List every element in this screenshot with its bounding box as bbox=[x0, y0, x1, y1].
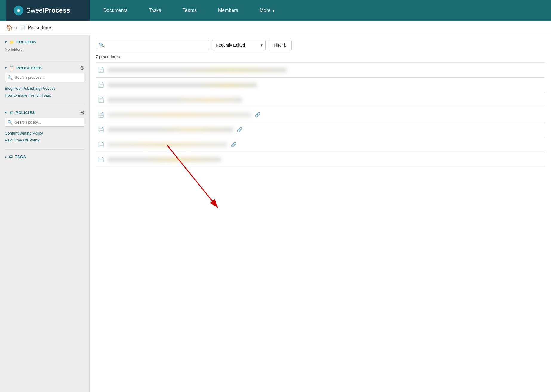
procedure-link-icon[interactable]: 🔗 bbox=[231, 142, 237, 147]
divider-1 bbox=[5, 60, 84, 60]
sidebar-item-paid-time-off-policy[interactable]: Paid Time Off Policy bbox=[5, 137, 84, 143]
procedure-doc-icon: 📄 bbox=[98, 67, 104, 73]
procedure-doc-icon: 📄 bbox=[98, 126, 104, 133]
sidebar-item-content-writing-policy[interactable]: Content Writing Policy bbox=[5, 130, 84, 137]
tags-title: › 🏷 TAGS bbox=[5, 155, 26, 159]
procedure-doc-icon: 📄 bbox=[98, 97, 104, 103]
procedure-doc-icon: 📄 bbox=[98, 141, 104, 148]
processes-icon: 📋 bbox=[9, 66, 14, 70]
procedure-doc-icon: 📄 bbox=[98, 156, 104, 163]
procedure-name[interactable] bbox=[108, 98, 242, 102]
procedure-name[interactable] bbox=[108, 142, 227, 147]
content-area: 🔍 Recently Edited Alphabetical Date Crea… bbox=[90, 35, 551, 392]
procedure-link-icon[interactable]: 🔗 bbox=[237, 127, 243, 132]
nav-documents[interactable]: Documents bbox=[93, 0, 138, 21]
procedure-name[interactable] bbox=[108, 83, 257, 87]
chevron-down-icon: ▾ bbox=[272, 8, 275, 13]
add-process-button[interactable]: ⊕ bbox=[80, 65, 84, 70]
breadcrumb: 🏠 > 📄 Procedures bbox=[0, 21, 551, 35]
procedure-doc-icon: 📄 bbox=[98, 82, 104, 88]
sidebar-folders-section: ▾ 📁 FOLDERS No folders. bbox=[5, 40, 84, 54]
procedure-search-input[interactable] bbox=[96, 40, 209, 50]
add-policy-button[interactable]: ⊕ bbox=[80, 110, 84, 115]
procedure-search-box: 🔍 bbox=[96, 40, 209, 50]
tags-icon: 🏷 bbox=[9, 155, 13, 159]
policy-search-icon: 🔍 bbox=[7, 120, 13, 125]
table-row: 📄 bbox=[96, 152, 545, 167]
sidebar-processes-section: ▾ 📋 PROCESSES ⊕ 🔍 Blog Post Publishing P… bbox=[5, 65, 84, 99]
logo-icon bbox=[13, 5, 24, 16]
procedure-name[interactable] bbox=[108, 127, 233, 132]
divider-2 bbox=[5, 105, 84, 105]
sidebar-item-french-toast[interactable]: How to make French Toast bbox=[5, 92, 84, 99]
procedure-name[interactable] bbox=[108, 157, 221, 162]
procedure-doc-icon: 📄 bbox=[98, 112, 104, 118]
procedure-search-icon: 🔍 bbox=[99, 42, 104, 48]
nav-teams[interactable]: Teams bbox=[172, 0, 207, 21]
table-row: 📄 bbox=[96, 92, 545, 107]
sidebar-item-blog-post-process[interactable]: Blog Post Publishing Process bbox=[5, 85, 84, 92]
tags-header: › 🏷 TAGS bbox=[5, 155, 84, 159]
tags-chevron-icon[interactable]: › bbox=[5, 155, 6, 159]
table-row: 📄 🔗 bbox=[96, 122, 545, 137]
processes-title: ▾ 📋 PROCESSES bbox=[5, 66, 42, 70]
folders-icon: 📁 bbox=[9, 40, 14, 44]
svg-point-1 bbox=[17, 9, 19, 11]
process-search-input[interactable] bbox=[5, 73, 84, 82]
procedure-list: 📄 📄 📄 📄 🔗 📄 🔗 📄 bbox=[96, 62, 545, 167]
sidebar-tags-section: › 🏷 TAGS bbox=[5, 155, 84, 159]
navbar: SweetProcess Documents Tasks Teams Membe… bbox=[0, 0, 551, 21]
process-search-icon: 🔍 bbox=[7, 75, 13, 80]
sidebar: ▾ 📁 FOLDERS No folders. ▾ 📋 PROCESSES ⊕ … bbox=[0, 35, 90, 392]
folders-empty-text: No folders. bbox=[5, 47, 84, 54]
folders-header: ▾ 📁 FOLDERS bbox=[5, 40, 84, 44]
nav-tasks[interactable]: Tasks bbox=[138, 0, 172, 21]
page-title: Procedures bbox=[28, 25, 53, 30]
processes-chevron-icon[interactable]: ▾ bbox=[5, 66, 7, 70]
sort-wrapper: Recently Edited Alphabetical Date Create… bbox=[212, 40, 266, 50]
processes-header: ▾ 📋 PROCESSES ⊕ bbox=[5, 65, 84, 70]
sidebar-policies-section: ▾ 🏷 POLICIES ⊕ 🔍 Content Writing Policy … bbox=[5, 110, 84, 143]
folders-chevron-icon[interactable]: ▾ bbox=[5, 40, 7, 44]
policies-title: ▾ 🏷 POLICIES bbox=[5, 110, 35, 115]
filter-button[interactable]: Filter b bbox=[269, 40, 292, 50]
home-icon[interactable]: 🏠 bbox=[6, 24, 13, 31]
sort-select[interactable]: Recently Edited Alphabetical Date Create… bbox=[212, 40, 266, 50]
nav-more[interactable]: More ▾ bbox=[249, 0, 285, 21]
folders-title: ▾ 📁 FOLDERS bbox=[5, 40, 36, 44]
table-row: 📄 🔗 bbox=[96, 107, 545, 122]
procedure-name[interactable] bbox=[108, 112, 251, 117]
process-search: 🔍 bbox=[5, 73, 84, 82]
content-toolbar: 🔍 Recently Edited Alphabetical Date Crea… bbox=[96, 40, 545, 50]
page-icon: 📄 bbox=[20, 25, 26, 30]
procedure-link-icon[interactable]: 🔗 bbox=[255, 112, 261, 118]
procedure-name[interactable] bbox=[108, 68, 287, 72]
policy-search: 🔍 bbox=[5, 118, 84, 127]
divider-3 bbox=[5, 149, 84, 150]
nav-members[interactable]: Members bbox=[207, 0, 249, 21]
brand-name: SweetProcess bbox=[26, 7, 70, 14]
table-row: 📄 🔗 bbox=[96, 137, 545, 152]
policy-search-input[interactable] bbox=[5, 118, 84, 127]
breadcrumb-separator: > bbox=[15, 25, 18, 30]
policies-header: ▾ 🏷 POLICIES ⊕ bbox=[5, 110, 84, 115]
logo[interactable]: SweetProcess bbox=[6, 0, 90, 21]
policies-chevron-icon[interactable]: ▾ bbox=[5, 110, 7, 115]
policies-icon: 🏷 bbox=[9, 110, 13, 115]
main-layout: ▾ 📁 FOLDERS No folders. ▾ 📋 PROCESSES ⊕ … bbox=[0, 35, 551, 392]
procedures-count: 7 procedures bbox=[96, 55, 545, 59]
nav-links: Documents Tasks Teams Members More ▾ bbox=[93, 0, 545, 21]
table-row: 📄 bbox=[96, 63, 545, 78]
table-row: 📄 bbox=[96, 78, 545, 92]
